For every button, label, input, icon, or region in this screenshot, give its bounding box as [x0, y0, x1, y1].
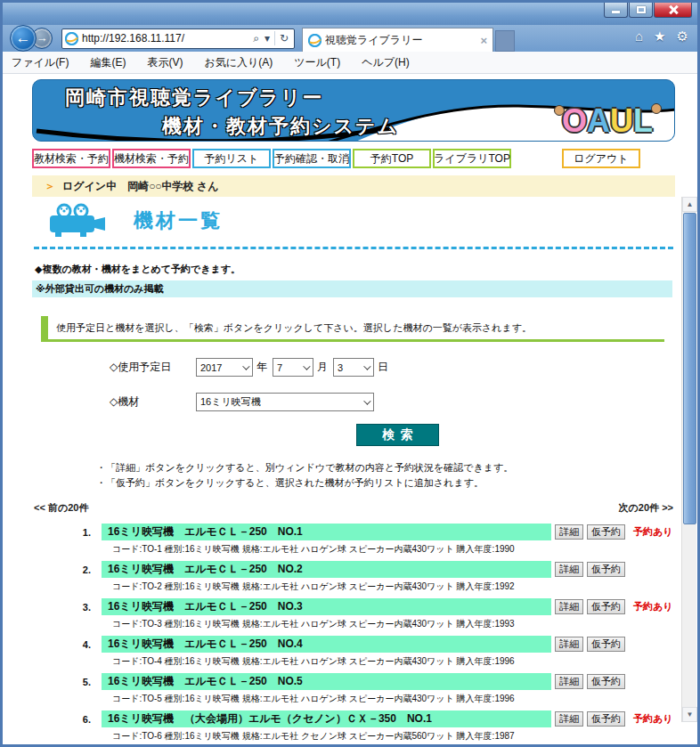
- scroll-up-button[interactable]: ▲: [682, 197, 697, 212]
- reserve-button[interactable]: 仮予約: [587, 562, 625, 577]
- equipment-row: 2. 16ミリ映写機 エルモＣＬ－250 NO.2 詳細 仮予約 コード:TO-…: [68, 561, 675, 593]
- menu-favorites[interactable]: お気に入り(A): [204, 55, 273, 70]
- note-detail-button: ・「詳細」ボタンをクリックすると、別ウィンドウで教材の内容と予約状況を確認できま…: [96, 460, 675, 475]
- equipment-title-bar: 16ミリ映写機 エルモＣＬ－250 NO.1: [102, 524, 551, 540]
- window-titlebar[interactable]: [3, 3, 697, 25]
- forward-icon: →: [37, 31, 48, 45]
- search-icon[interactable]: ⌕: [253, 32, 259, 45]
- chevron-down-icon: [303, 362, 310, 369]
- nav-reserve-list[interactable]: 予約リスト: [192, 149, 271, 168]
- reserve-button[interactable]: 仮予約: [587, 637, 625, 652]
- notice-external-only: ※外部貸出可の機材のみ掲載: [32, 280, 672, 297]
- favorites-star-icon[interactable]: ★: [654, 28, 665, 45]
- close-icon: [669, 5, 678, 14]
- reserve-button[interactable]: 仮予約: [587, 674, 625, 689]
- settings-gear-icon[interactable]: ⚙: [677, 28, 688, 45]
- equipment-row: 1. 16ミリ映写機 エルモＣＬ－250 NO.1 詳細 仮予約 予約あり コー…: [68, 524, 675, 556]
- equipment-row: 5. 16ミリ映写機 エルモＣＬ－250 NO.5 詳細 仮予約 コード:TO-…: [68, 673, 675, 705]
- date-label: ◇使用予定日: [110, 360, 196, 375]
- row-number: 6.: [68, 714, 102, 725]
- back-icon: ←: [16, 29, 31, 46]
- equipment-detail: コード:TO-6 種別:16ミリ映写機 規格:エルモ社 クセノン球 スピーカー内…: [112, 730, 675, 743]
- menu-help[interactable]: ヘルプ(H): [362, 55, 410, 70]
- row-number: 1.: [68, 527, 102, 538]
- search-button[interactable]: 検索: [356, 424, 439, 446]
- vertical-scrollbar[interactable]: ▲ ▼: [681, 197, 696, 722]
- mascot-icon: [651, 103, 662, 114]
- menu-view[interactable]: 表示(V): [147, 55, 183, 70]
- equipment-title-bar: 16ミリ映写機 エルモＣＬ－250 NO.5: [102, 673, 551, 690]
- next-page-link[interactable]: 次の20件 >>: [619, 501, 673, 515]
- chevron-down-icon: [363, 362, 370, 369]
- nav-kyouzai-search[interactable]: 教材検索・予約: [32, 149, 110, 168]
- equipment-row: 4. 16ミリ映写機 エルモＣＬ－250 NO.4 詳細 仮予約 コード:TO-…: [68, 636, 675, 668]
- nav-reserve-confirm[interactable]: 予約確認・取消: [273, 149, 351, 168]
- browser-tab[interactable]: 視聴覚ライブラリー ×: [302, 28, 493, 52]
- detail-button[interactable]: 詳細: [555, 524, 583, 540]
- nav-reserve-top[interactable]: 予約TOP: [353, 149, 431, 168]
- oaul-logo: O A U L: [554, 103, 662, 139]
- menu-edit[interactable]: 編集(E): [90, 55, 126, 70]
- back-button[interactable]: ←: [10, 25, 37, 52]
- logo-letter-l: L: [633, 103, 653, 139]
- detail-button[interactable]: 詳細: [555, 599, 583, 614]
- reserve-button[interactable]: 仮予約: [587, 599, 625, 614]
- equipment-label: ◇機材: [110, 394, 196, 410]
- logout-button[interactable]: ログアウト: [562, 149, 640, 168]
- equipment-row: 3. 16ミリ映写機 エルモＣＬ－250 NO.3 詳細 仮予約 予約あり コー…: [68, 598, 675, 630]
- menu-file[interactable]: ファイル(F): [12, 55, 69, 70]
- home-icon[interactable]: ⌂: [635, 28, 643, 45]
- ie-icon: [65, 32, 78, 45]
- year-unit: 年: [256, 360, 267, 375]
- reserved-badge: 予約あり: [633, 600, 673, 613]
- detail-button[interactable]: 詳細: [555, 674, 583, 689]
- minimize-button[interactable]: [604, 3, 628, 18]
- reserve-button[interactable]: 仮予約: [587, 524, 625, 540]
- equipment-title-bar: 16ミリ映写機 （大会場用）エルモ（クセノン）ＣＸ－350 NO.1: [102, 710, 551, 727]
- scroll-down-button[interactable]: ▼: [682, 707, 697, 722]
- detail-button[interactable]: 詳細: [555, 711, 583, 727]
- pager-top: << 前の20件 次の20件 >>: [34, 501, 673, 515]
- refresh-icon[interactable]: ↻: [280, 32, 289, 45]
- caret-down-icon[interactable]: ▾: [265, 32, 270, 45]
- address-bar[interactable]: http://192.168.11.117/ ⌕ ▾ ↻: [61, 28, 295, 49]
- equipment-title-bar: 16ミリ映写機 エルモＣＬ－250 NO.2: [102, 561, 551, 578]
- month-unit: 月: [317, 360, 328, 375]
- detail-button[interactable]: 詳細: [555, 562, 583, 577]
- logo-letter-u: U: [610, 103, 633, 139]
- row-number: 4.: [68, 639, 102, 650]
- nav-library-top[interactable]: ライブラリTOP: [433, 149, 511, 168]
- row-number: 5.: [68, 677, 102, 687]
- ie-icon: [308, 34, 322, 47]
- close-button[interactable]: [654, 3, 692, 18]
- chevron-down-icon: [363, 397, 370, 404]
- prev-page-link[interactable]: << 前の20件: [34, 501, 88, 515]
- menu-tools[interactable]: ツール(T): [294, 55, 340, 70]
- url-text[interactable]: http://192.168.11.117/: [82, 32, 250, 45]
- logo-letter-o: O: [562, 103, 587, 139]
- browser-window: ← → http://192.168.11.117/ ⌕ ▾ ↻ 視聴覚ライブラ…: [0, 0, 700, 747]
- detail-button[interactable]: 詳細: [555, 637, 583, 652]
- divider: [34, 247, 673, 249]
- year-select[interactable]: 2017: [196, 358, 253, 377]
- equipment-select[interactable]: 16ミリ映写機: [196, 393, 374, 411]
- maximize-button[interactable]: [629, 3, 653, 18]
- instruction-text: 使用予定日と機材を選択し、「検索」ボタンをクリックして下さい。選択した機材の一覧…: [41, 316, 664, 342]
- tab-title: 視聴覚ライブラリー: [325, 33, 480, 48]
- row-number: 3.: [68, 602, 102, 613]
- tab-close-icon[interactable]: ×: [480, 34, 487, 47]
- notice-multi-reserve: ◆複数の教材・機材をまとめて予約できます。: [35, 263, 675, 276]
- month-select[interactable]: 7: [273, 358, 313, 377]
- nav-kizai-search[interactable]: 機材検索・予約: [112, 149, 191, 168]
- projector-icon: [43, 203, 110, 239]
- login-status-text: ログイン中 岡崎○○中学校 さん: [62, 179, 219, 194]
- equipment-detail: コード:TO-3 種別:16ミリ映写機 規格:エルモ社 ハロゲン球 スピーカー内…: [112, 618, 675, 630]
- minimize-icon: [612, 11, 620, 13]
- row-number: 2.: [68, 564, 102, 575]
- reserve-button[interactable]: 仮予約: [587, 711, 625, 727]
- day-select[interactable]: 3: [333, 358, 374, 377]
- scrollbar-thumb[interactable]: [683, 213, 696, 524]
- equipment-title-bar: 16ミリ映写機 エルモＣＬ－250 NO.4: [102, 636, 551, 653]
- divider: [274, 31, 275, 45]
- new-tab-button[interactable]: [495, 30, 515, 52]
